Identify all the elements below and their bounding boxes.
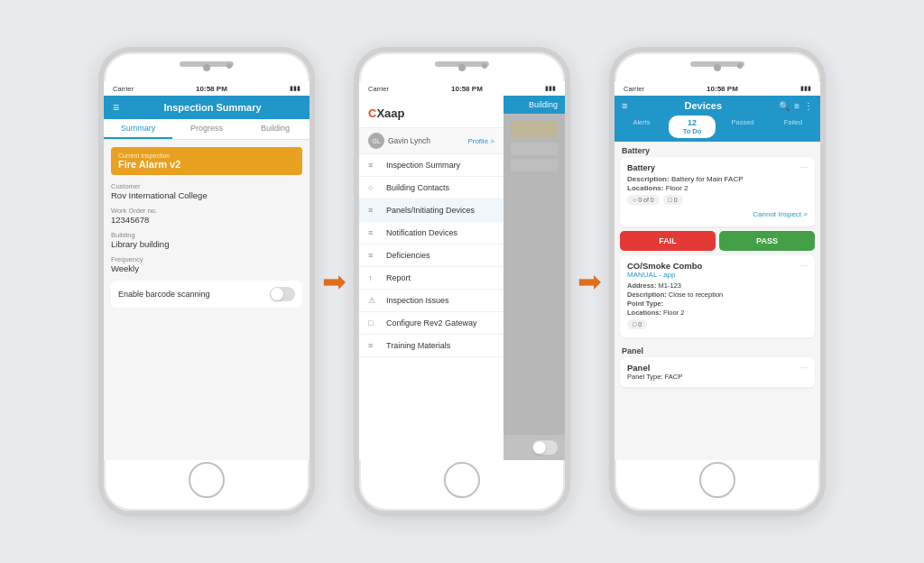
- speaker-3: [714, 64, 721, 71]
- menu-inspection-summary[interactable]: ≡ Inspection Summary: [359, 154, 504, 177]
- menu-report[interactable]: ↑ Report: [359, 267, 504, 290]
- speaker-2: [458, 64, 466, 71]
- tab-failed-label: Failed: [772, 118, 815, 126]
- overlay-toggle-thumb: [533, 441, 546, 454]
- device-point-type: Point Type:: [627, 300, 808, 308]
- tab-failed[interactable]: Failed: [770, 115, 817, 138]
- battery-desc-value: Battery for Main FACP: [671, 175, 744, 183]
- battery-1: ▮▮▮: [290, 85, 300, 92]
- p2-overlay-tab-label[interactable]: Building: [529, 100, 558, 109]
- filter-icon[interactable]: ≡: [794, 101, 799, 111]
- device-desc: Description: Close to reception: [627, 291, 808, 299]
- phone-3: Carrier 10:58 PM ▮▮▮ ≡ Devices 🔍 ≡ ⋮ Ale…: [609, 47, 826, 516]
- logo-xaap: Xaap: [376, 106, 404, 120]
- overlay-toggle[interactable]: [532, 440, 558, 455]
- device-loc: Locations: Floor 2: [627, 309, 808, 317]
- p2-profile-label[interactable]: Profile >: [467, 137, 494, 145]
- device-loc-value: Floor 2: [663, 309, 684, 317]
- configure-icon: □: [368, 318, 379, 328]
- carrier-2: Carrier: [368, 85, 389, 93]
- camera-2: [482, 63, 487, 69]
- p3-tabs: Alerts 12 To Do Passed Failed: [614, 115, 820, 142]
- field-customer-label: Customer: [111, 182, 302, 190]
- p1-title: Inspection Summary: [125, 102, 300, 113]
- menu-label-deficiencies: Deficiencies: [386, 251, 430, 260]
- p2-overlay-header: Building: [504, 96, 565, 114]
- carrier-1: Carrier: [113, 85, 134, 93]
- tab-todo[interactable]: 12 To Do: [669, 115, 716, 138]
- menu-training[interactable]: ≡ Training Materials: [359, 335, 504, 357]
- tab-building[interactable]: Building: [241, 119, 310, 139]
- menu-building-contacts[interactable]: ○ Building Contacts: [359, 177, 504, 199]
- menu-icon-3[interactable]: ≡: [622, 100, 627, 111]
- device-progress: □ 0: [627, 319, 808, 329]
- device-attachments: □ 0: [627, 319, 647, 329]
- panel-type-value: Panel Type: FACP: [627, 373, 682, 381]
- p2-user-info: GL Gavin Lynch: [368, 133, 430, 149]
- time-2: 10:58 PM: [451, 85, 483, 93]
- pass-button[interactable]: PASS: [719, 231, 815, 251]
- toggle-track[interactable]: [270, 287, 295, 301]
- menu-icon-1[interactable]: ≡: [113, 101, 119, 114]
- current-inspection-block: Current Inspection Fire Alarm v2: [111, 147, 302, 175]
- panel-type: Panel Type: FACP: [627, 373, 808, 381]
- device-card-dots[interactable]: ···: [800, 261, 808, 271]
- field-frequency-label: Frequency: [111, 255, 302, 263]
- phone-3-screen: Carrier 10:58 PM ▮▮▮ ≡ Devices 🔍 ≡ ⋮ Ale…: [614, 81, 820, 460]
- battery-loc-label: Locations:: [627, 184, 666, 192]
- menu-configure[interactable]: □ Configure Rev2 Gateway: [359, 312, 504, 335]
- menu-label-notification: Notification Devices: [386, 228, 457, 237]
- toggle-thumb: [271, 288, 283, 300]
- building-contacts-icon: ○: [368, 183, 379, 192]
- panels-icon: ≡: [368, 206, 379, 215]
- field-workorder: Work Order no. 12345678: [111, 207, 302, 225]
- progress-attachments: □ 0: [663, 195, 683, 205]
- p3-content: Battery Battery ··· Description: Battery…: [614, 142, 820, 392]
- menu-inspection-issues[interactable]: ⚠ Inspection Issues: [359, 290, 504, 312]
- menu-label-report: Report: [386, 273, 411, 282]
- tab-alerts[interactable]: Alerts: [618, 115, 665, 138]
- field-customer: Customer Rov International College: [111, 182, 302, 200]
- fail-button[interactable]: FAIL: [620, 231, 716, 251]
- menu-notification[interactable]: ≡ Notification Devices: [359, 222, 504, 245]
- device-address-value: M1-123: [659, 282, 681, 290]
- p2-nav-menu: C Xaap GL Gavin Lynch Profile > ≡ Inspec…: [359, 96, 504, 460]
- p1-header: ≡ Inspection Summary: [104, 96, 310, 119]
- menu-label-issues: Inspection Issues: [386, 296, 449, 305]
- tab-todo-count: 12: [670, 118, 714, 127]
- menu-deficiencies[interactable]: ≡ Deficiencies: [359, 245, 504, 267]
- tab-passed[interactable]: Passed: [719, 115, 766, 138]
- arrow-1: ➡: [322, 264, 346, 299]
- device-address-label: Address:: [627, 282, 659, 290]
- tab-summary[interactable]: Summary: [104, 119, 172, 139]
- menu-panels[interactable]: ≡ Panels/Initiating Devices: [359, 199, 504, 222]
- p2-overlay-footer: [504, 435, 565, 460]
- battery-card: Battery ··· Description: Battery for Mai…: [620, 157, 815, 226]
- field-customer-value: Rov International College: [111, 190, 302, 200]
- battery-card-dots[interactable]: ···: [800, 162, 808, 172]
- menu-label-panels: Panels/Initiating Devices: [386, 206, 475, 215]
- battery-3: ▮▮▮: [800, 85, 811, 92]
- device-name: CO/Smoke Combo MANUAL - app: [627, 261, 702, 282]
- toggle-barcode-label: Enable barcode scanning: [118, 290, 210, 299]
- tab-progress[interactable]: Progress: [172, 119, 241, 139]
- device-address: Address: M1-123: [627, 282, 808, 290]
- p2-overlay: Building: [504, 96, 565, 460]
- cannot-inspect-label[interactable]: Cannot Inspect >: [753, 210, 808, 218]
- report-icon: ↑: [368, 273, 379, 282]
- current-inspection-value: Fire Alarm v2: [118, 159, 295, 170]
- issues-icon: ⚠: [368, 296, 379, 305]
- battery-section-title: Battery: [614, 142, 820, 157]
- device-desc-value: Close to reception: [669, 291, 723, 299]
- panel-dots[interactable]: ···: [800, 363, 808, 373]
- menu-label-training: Training Materials: [386, 341, 450, 350]
- p2-overlay-body: [504, 114, 565, 435]
- phone-1: Carrier 10:58 PM ▮▮▮ ≡ Inspection Summar…: [98, 47, 315, 516]
- p1-content: Current Inspection Fire Alarm v2 Custome…: [104, 140, 310, 315]
- phone-1-screen: Carrier 10:58 PM ▮▮▮ ≡ Inspection Summar…: [104, 81, 310, 460]
- search-icon[interactable]: 🔍: [779, 101, 790, 111]
- battery-loc: Locations: Floor 2: [627, 184, 808, 192]
- more-icon[interactable]: ⋮: [804, 101, 813, 111]
- battery-progress: ○ 0 of 0 □ 0: [627, 195, 808, 205]
- camera-1: [226, 63, 232, 69]
